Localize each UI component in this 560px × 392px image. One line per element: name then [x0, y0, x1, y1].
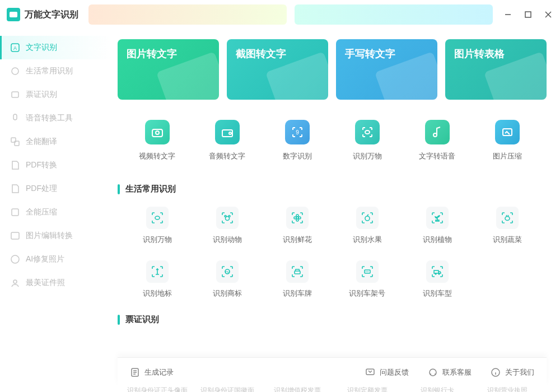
card-screenshot-to-text[interactable]: 截图转文字: [227, 39, 328, 100]
tool-label: 文字转语音: [419, 151, 455, 161]
sidebar-item-translate[interactable]: 全能翻译: [0, 130, 112, 153]
card-image-to-text[interactable]: 图片转文字: [118, 39, 219, 100]
life-item-empty: [472, 260, 542, 298]
card-image-to-table[interactable]: 图片转表格: [445, 39, 547, 100]
ticket-icon: [10, 90, 20, 100]
svg-point-28: [296, 214, 298, 217]
svg-rect-11: [12, 209, 18, 216]
life-item-license-plate[interactable]: 识别车牌: [262, 260, 332, 298]
promo-banner-area: [88, 4, 493, 25]
tool-number-ocr[interactable]: 9 数字识别: [262, 120, 332, 161]
contact-button[interactable]: 联系客服: [428, 367, 472, 377]
section-header-ticket: 票证识别: [118, 314, 547, 325]
promo-banner-1[interactable]: [88, 4, 287, 25]
life-icon: [10, 66, 20, 76]
tool-text-to-speech[interactable]: 文字转语音: [402, 120, 472, 161]
life-label: 识别商标: [213, 288, 242, 298]
section-title: 生活常用识别: [125, 184, 176, 194]
sidebar-item-label: PDF处理: [26, 184, 57, 194]
bb-label: 问题反馈: [380, 367, 409, 377]
life-item-vegetable[interactable]: 识别蔬菜: [472, 207, 542, 245]
life-item-vin[interactable]: 识别车架号: [332, 260, 402, 298]
tool-audio-to-text[interactable]: 音频转文字: [192, 120, 262, 161]
life-item-plant[interactable]: 识别植物: [402, 207, 472, 245]
sidebar-item-compress[interactable]: 全能压缩: [0, 200, 112, 224]
life-row-1: 识别万物 识别动物 识别鲜花 识别水果 识别植物 识别蔬菜: [118, 207, 547, 245]
content-panel[interactable]: 图片转文字 截图转文字 手写转文字 图片转表格 视频转文字 音频转文字 9 数字…: [112, 29, 560, 392]
svg-point-13: [11, 255, 19, 263]
svg-rect-39: [434, 270, 438, 273]
music-note-icon: [425, 120, 450, 144]
sidebar-item-ticket-ocr[interactable]: 票证识别: [0, 83, 112, 106]
sidebar-item-label: 全能翻译: [26, 137, 57, 147]
compress-icon: [10, 207, 20, 217]
feedback-button[interactable]: 问题反馈: [365, 367, 409, 377]
svg-text:9: 9: [296, 129, 299, 136]
life-item-landmark[interactable]: 识别地标: [122, 260, 192, 298]
ocr-icon: A: [10, 43, 20, 53]
card-handwriting-to-text[interactable]: 手写转文字: [336, 39, 437, 100]
translate-icon: [10, 137, 20, 147]
peek-label: 识别营业执照: [472, 386, 542, 392]
sidebar-item-ai-restore[interactable]: AI修复照片: [0, 248, 112, 271]
records-button[interactable]: 生成记录: [130, 367, 174, 377]
life-item-flower[interactable]: 识别鲜花: [262, 207, 332, 245]
svg-point-41: [438, 273, 440, 274]
id-photo-icon: [10, 278, 20, 288]
sidebar-item-voice-tools[interactable]: 语音转换工具: [0, 106, 112, 130]
tool-recognize-all[interactable]: 识别万物: [332, 120, 402, 161]
about-button[interactable]: 关于我们: [491, 367, 534, 377]
svg-rect-7: [12, 92, 18, 97]
svg-point-44: [430, 369, 436, 376]
life-label: 识别水果: [353, 235, 382, 245]
sidebar: A 文字识别 生活常用识别 票证识别 语音转换工具 全能翻译 PDF转换 PDF…: [0, 29, 112, 392]
records-icon: [130, 367, 140, 377]
sidebar-item-label: 生活常用识别: [26, 66, 73, 76]
pdf-edit-icon: [10, 184, 20, 194]
life-item-animal[interactable]: 识别动物: [192, 207, 262, 245]
life-item-car-model[interactable]: 识别车型: [402, 260, 472, 298]
life-item-all[interactable]: 识别万物: [122, 207, 192, 245]
animal-icon: [216, 207, 239, 229]
peek-label: 识别增值税发票: [262, 386, 332, 392]
sidebar-item-label: 语音转换工具: [26, 113, 73, 123]
sidebar-item-image-edit[interactable]: 图片编辑转换: [0, 224, 112, 248]
svg-point-30: [294, 217, 296, 219]
tool-image-compress[interactable]: 图片压缩: [472, 120, 542, 161]
promo-banner-2[interactable]: [295, 4, 493, 25]
life-label: 识别万物: [143, 235, 172, 245]
eye-scan-icon: [355, 120, 380, 144]
sidebar-item-label: 图片编辑转换: [26, 231, 73, 241]
close-button[interactable]: [543, 10, 553, 20]
life-item-trademark[interactable]: TM识别商标: [192, 260, 262, 298]
svg-text:A: A: [13, 45, 17, 51]
life-label: 识别动物: [213, 235, 242, 245]
tool-video-to-text[interactable]: 视频转文字: [122, 120, 192, 161]
pdf-convert-icon: [10, 160, 20, 170]
life-label: 识别鲜花: [283, 235, 312, 245]
bb-label: 联系客服: [442, 367, 472, 377]
image-compress-icon: [495, 120, 520, 144]
truck-icon: [426, 260, 449, 283]
sidebar-item-life-ocr[interactable]: 生活常用识别: [0, 59, 112, 83]
maximize-button[interactable]: [523, 10, 533, 20]
section-accent-bar: [118, 315, 120, 325]
tool-label: 视频转文字: [139, 151, 175, 161]
ai-restore-icon: [10, 254, 20, 264]
sidebar-item-pdf-edit[interactable]: PDF处理: [0, 177, 112, 200]
sidebar-item-label: 全能压缩: [26, 207, 57, 217]
section-header-life: 生活常用识别: [118, 184, 547, 194]
headset-icon: [428, 367, 438, 377]
life-item-fruit[interactable]: 识别水果: [332, 207, 402, 245]
tool-label: 音频转文字: [209, 151, 245, 161]
sidebar-item-label: PDF转换: [26, 160, 57, 170]
minimize-button[interactable]: [503, 10, 513, 20]
life-label: 识别蔬菜: [493, 235, 522, 245]
feature-cards-row: 图片转文字 截图转文字 手写转文字 图片转表格: [118, 39, 547, 100]
bb-label: 生成记录: [144, 367, 174, 377]
life-label: 识别车型: [423, 288, 452, 298]
sidebar-item-text-ocr[interactable]: A 文字识别: [0, 36, 112, 59]
sidebar-item-pdf-convert[interactable]: PDF转换: [0, 153, 112, 177]
app-title: 万能文字识别: [25, 9, 78, 21]
sidebar-item-id-photo[interactable]: 最美证件照: [0, 271, 112, 295]
